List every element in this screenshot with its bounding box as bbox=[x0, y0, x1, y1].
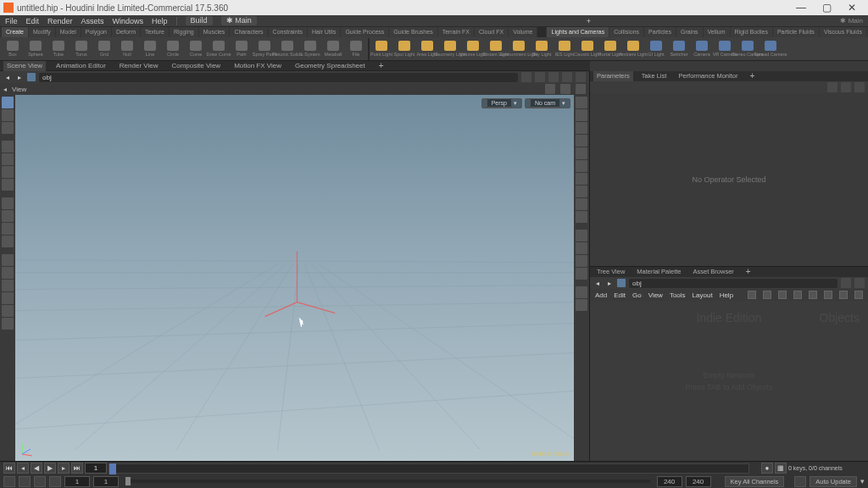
shelf-tab[interactable]: Viscous Fluids bbox=[820, 27, 866, 37]
path-field[interactable]: obj bbox=[39, 73, 518, 82]
net-fwd[interactable]: ▸ bbox=[605, 280, 614, 287]
uv-icon[interactable] bbox=[576, 211, 587, 223]
net-tab[interactable]: Tree View bbox=[593, 267, 628, 277]
key-icon[interactable]: ● bbox=[761, 463, 773, 474]
shelf-tab[interactable]: Polygon bbox=[81, 27, 111, 37]
shelf-tool[interactable]: Tube bbox=[47, 38, 70, 60]
close-button[interactable]: ✕ bbox=[839, 2, 865, 14]
net-tool-icon[interactable] bbox=[839, 291, 848, 299]
snap-grid-icon[interactable] bbox=[545, 84, 555, 94]
key-all-button[interactable]: Key All Channels bbox=[725, 476, 785, 487]
pane-tab[interactable]: Composite View bbox=[168, 61, 224, 71]
net-back[interactable]: ◂ bbox=[593, 280, 602, 287]
wire-icon[interactable] bbox=[576, 122, 587, 134]
info-icon[interactable] bbox=[576, 286, 587, 298]
light-icon[interactable] bbox=[576, 147, 587, 159]
param-gear-icon[interactable] bbox=[841, 82, 851, 92]
net-tool-icon[interactable] bbox=[763, 291, 771, 299]
desktop-add[interactable]: + bbox=[582, 17, 594, 25]
shelf-tool[interactable]: Torus bbox=[70, 38, 92, 60]
shelf-tab[interactable]: Rigging bbox=[170, 27, 198, 37]
shelf-tool[interactable]: Circle bbox=[162, 38, 184, 60]
lock-icon[interactable] bbox=[794, 476, 806, 487]
net-menu[interactable]: Add bbox=[595, 291, 607, 299]
shelf-tool[interactable]: Spot Light bbox=[393, 38, 415, 60]
menu-windows[interactable]: Windows bbox=[113, 17, 144, 25]
lasso-tool-icon[interactable] bbox=[2, 109, 14, 121]
play-back-button[interactable]: ◀ bbox=[31, 463, 42, 474]
brush-tool-icon[interactable] bbox=[2, 122, 14, 134]
update-menu-icon[interactable]: ▾ bbox=[860, 477, 865, 485]
target-icon[interactable] bbox=[535, 72, 545, 82]
timeline-track[interactable] bbox=[108, 463, 749, 474]
ghost-icon[interactable] bbox=[576, 109, 587, 121]
shelf-tool[interactable]: Curve bbox=[185, 38, 207, 60]
net-menu[interactable]: Tools bbox=[670, 291, 686, 299]
prev-frame-button[interactable]: ◂ bbox=[17, 463, 29, 474]
gear-icon[interactable] bbox=[548, 72, 559, 82]
expand-icon[interactable] bbox=[562, 72, 572, 82]
pin-icon[interactable] bbox=[521, 72, 531, 82]
shelf-tool[interactable]: Sky Light bbox=[531, 38, 553, 60]
range-slider[interactable] bbox=[125, 480, 650, 483]
mat-icon[interactable] bbox=[576, 160, 587, 172]
shelf-tool[interactable]: Camera bbox=[691, 38, 713, 60]
snap-multi-icon[interactable] bbox=[576, 84, 586, 94]
range-start-field[interactable]: 1 bbox=[64, 476, 90, 487]
shelf-tab[interactable]: Texture bbox=[141, 27, 169, 37]
net-menu[interactable]: View bbox=[648, 291, 663, 299]
param-pin-icon[interactable] bbox=[827, 82, 837, 92]
pose-tool-icon[interactable] bbox=[2, 236, 14, 247]
render-icon[interactable] bbox=[2, 318, 14, 330]
desktop-main[interactable]: ✱ Main bbox=[221, 16, 257, 25]
shelf-tab[interactable]: Grains bbox=[676, 27, 703, 37]
param-expand-icon[interactable] bbox=[854, 82, 865, 92]
display-opts-icon[interactable] bbox=[576, 97, 587, 108]
shelf-tab[interactable]: Collisions bbox=[609, 27, 643, 37]
net-tool-icon[interactable] bbox=[778, 291, 787, 299]
move-tool-icon[interactable] bbox=[2, 197, 14, 209]
shelf-tab[interactable]: Terrain FX bbox=[438, 27, 474, 37]
shelf-tab[interactable]: Constraints bbox=[269, 27, 307, 37]
net-tab[interactable]: Material Palette bbox=[633, 267, 684, 277]
desktop-build[interactable]: Build bbox=[186, 16, 213, 25]
select-obj-icon[interactable] bbox=[2, 141, 14, 152]
shelf-tool[interactable]: Line bbox=[139, 38, 161, 60]
net-menu[interactable]: Go bbox=[632, 291, 642, 299]
shelf-tool[interactable]: L-System bbox=[299, 38, 321, 60]
shelf-tool[interactable]: Environment Light bbox=[508, 38, 530, 60]
shelf-tool[interactable]: Point Light bbox=[370, 38, 392, 60]
net-tool-icon[interactable] bbox=[748, 291, 756, 299]
shelf-tab[interactable]: Model bbox=[56, 27, 81, 37]
render-region-icon[interactable] bbox=[2, 292, 14, 304]
net-menu[interactable]: Edit bbox=[614, 291, 626, 299]
realtime-icon[interactable] bbox=[3, 476, 15, 487]
shelf-tab[interactable]: Deform bbox=[112, 27, 140, 37]
snap-icon[interactable] bbox=[2, 254, 14, 266]
shelf-tab[interactable]: Cloud FX bbox=[475, 27, 508, 37]
shelf-tab[interactable]: Rigid Bodies bbox=[731, 27, 772, 37]
cam-icon[interactable] bbox=[576, 242, 587, 254]
shelf-tab[interactable]: Characters bbox=[230, 27, 267, 37]
shelf-tool[interactable]: Ambient Light bbox=[622, 38, 644, 60]
net-path-field[interactable]: obj bbox=[629, 279, 837, 288]
net-tool-icon[interactable] bbox=[824, 291, 832, 299]
current-frame-field[interactable]: 1 bbox=[85, 463, 107, 474]
select-prims-icon[interactable] bbox=[2, 179, 14, 191]
shelf-tool[interactable]: Draw Curve bbox=[208, 38, 230, 60]
shelf-tab[interactable]: Modify bbox=[29, 27, 55, 37]
net-tool-icon[interactable] bbox=[854, 291, 863, 299]
pane-tab[interactable]: Scene View bbox=[3, 61, 46, 71]
shelf-tool[interactable]: Geometry Light bbox=[439, 38, 461, 60]
range-global-end-field[interactable]: 240 bbox=[686, 476, 711, 487]
select-pts-icon[interactable] bbox=[2, 153, 14, 165]
param-tab-add[interactable]: + bbox=[746, 71, 758, 81]
menu-assets[interactable]: Assets bbox=[81, 17, 104, 25]
net-tab[interactable]: Asset Browser bbox=[689, 267, 737, 277]
param-tab[interactable]: Take List bbox=[638, 71, 670, 81]
playhead[interactable] bbox=[109, 463, 116, 474]
select-edges-icon[interactable] bbox=[2, 166, 14, 178]
pane-tab[interactable]: Motion FX View bbox=[231, 61, 285, 71]
bg-icon[interactable] bbox=[576, 230, 587, 241]
range-end-field[interactable]: 240 bbox=[657, 476, 682, 487]
